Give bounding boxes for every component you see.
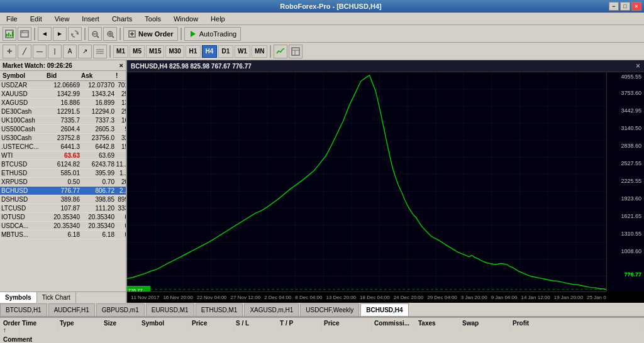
line-button[interactable]: ╱: [18, 45, 31, 58]
mw-ask: 806.72: [80, 187, 114, 194]
chart-tab-bchusd[interactable]: BCHUSD,H4: [360, 303, 408, 316]
fibo-button[interactable]: [93, 45, 107, 58]
menu-insert[interactable]: Insert: [78, 14, 103, 24]
col-tp: T / P: [278, 318, 322, 335]
market-watch-row[interactable]: ETHUSD 585.01 395.99 1...: [0, 169, 126, 178]
back-button[interactable]: ◄: [38, 27, 52, 41]
market-watch-row[interactable]: UK100Cash 7335.7 7337.3 16: [0, 116, 126, 125]
tf-d1[interactable]: D1: [218, 45, 233, 58]
separator3: [119, 28, 121, 40]
tf-w1[interactable]: W1: [235, 45, 250, 58]
market-watch-panel: Market Watch: 09:26:26 × Symbol Bid Ask …: [0, 60, 127, 303]
price-1621: 1621.65: [621, 213, 641, 219]
market-watch-row[interactable]: .USTECHC... 6441.3 6442.8 15: [0, 143, 126, 151]
minimize-button[interactable]: −: [609, 2, 619, 11]
market-watch-row[interactable]: USDCA... 20.35340 20.35340 0: [0, 222, 126, 231]
new-chart-button[interactable]: [3, 27, 16, 41]
vline-button[interactable]: |: [48, 45, 62, 58]
mw-change: 899: [114, 196, 126, 203]
market-watch-row[interactable]: XAUUSD 1342.99 1343.24 25: [0, 90, 126, 99]
tf-m15[interactable]: M15: [146, 45, 164, 58]
mw-symbol: LTCUSD: [1, 205, 45, 212]
tf-h1[interactable]: H1: [186, 45, 201, 58]
text-button[interactable]: A: [63, 45, 77, 58]
mw-change: 15: [114, 143, 126, 150]
market-watch-title: Market Watch: 09:26:26: [3, 62, 72, 69]
arrow-button[interactable]: ↗: [78, 45, 92, 58]
forward-button[interactable]: ►: [53, 27, 67, 41]
col-symbol: Symbol: [1, 72, 45, 80]
market-watch-row[interactable]: DE30Cash 12291.5 12294.0 25: [0, 107, 126, 116]
close-button[interactable]: ×: [631, 2, 641, 11]
auto-trading-button[interactable]: AutoTrading: [184, 27, 242, 41]
mw-bid: 6.18: [45, 231, 80, 238]
chart-tab-xagusd[interactable]: XAGUSD,m,H1: [244, 303, 299, 316]
mw-tab-tick-chart[interactable]: Tick Chart: [37, 292, 76, 303]
price-3442: 3442.95: [621, 107, 641, 114]
market-watch-row[interactable]: USDZAR 12.06669 12.07370 701: [0, 81, 126, 90]
market-watch-row[interactable]: XRPUSD 0.50 0.70 20: [0, 178, 126, 187]
market-watch-close-button[interactable]: ×: [119, 62, 123, 69]
menu-edit[interactable]: Edit: [26, 14, 46, 24]
chart-tab-ethusd[interactable]: ETHUSD,M1: [196, 303, 243, 316]
chart-tab-eurusd[interactable]: EURUSD,M1: [146, 303, 194, 316]
chart-tab-usdchf[interactable]: USDCHF,Weekly: [300, 303, 359, 316]
tf-m30[interactable]: M30: [165, 45, 184, 58]
market-watch-row[interactable]: BCHUSD 776.77 806.72 2...: [0, 187, 126, 195]
chart-close-button[interactable]: ×: [636, 62, 640, 70]
title-text: RoboForex-Pro - [BCHUSD,H4]: [53, 3, 609, 10]
mw-change: 13: [114, 99, 126, 106]
crosshair-button[interactable]: ✛: [3, 45, 16, 58]
chart-svg: 776.77: [127, 72, 606, 303]
time-label-7: 13 Dec 20:00: [326, 295, 356, 300]
profiles-button[interactable]: [18, 27, 31, 41]
mw-bid: 12.06669: [45, 82, 80, 89]
separator2: [84, 28, 86, 40]
mw-tab-symbols[interactable]: Symbols: [0, 292, 37, 303]
market-watch-row[interactable]: XAGUSD 16.886 16.899 13: [0, 99, 126, 107]
tf-m1[interactable]: M1: [113, 45, 128, 58]
mw-bid: 7335.7: [45, 117, 80, 124]
market-watch-list: USDZAR 12.06669 12.07370 701 XAUUSD 1342…: [0, 81, 126, 291]
zoom-out-button[interactable]: [88, 27, 102, 41]
market-watch-row[interactable]: MBTUS... 6.18 6.18 0: [0, 231, 126, 239]
price-2527: 2527.55: [621, 160, 641, 166]
menu-window[interactable]: Window: [170, 14, 202, 24]
market-watch-row[interactable]: WTI 63.63 63.69: [0, 151, 126, 160]
menu-tools[interactable]: Tools: [141, 14, 165, 24]
trade-table-header: Order ↑ Time Type Size Symbol Price S / …: [0, 318, 644, 343]
mw-symbol: BTCUSD: [1, 161, 45, 168]
col-symbol: Symbol: [140, 318, 190, 335]
new-order-button[interactable]: New Order: [123, 27, 178, 41]
mw-change: 0: [114, 214, 126, 220]
market-watch-row[interactable]: IOTUSD 20.35340 20.35340 0: [0, 213, 126, 222]
chart-tab-btcusd[interactable]: BTCUSD,H1: [0, 303, 47, 316]
zoom-in-button[interactable]: [103, 27, 117, 41]
mw-change: 0: [114, 231, 126, 238]
indicators-button[interactable]: [274, 45, 287, 58]
market-watch-row[interactable]: LTCUSD 107.87 111.20 333: [0, 204, 126, 213]
menu-view[interactable]: View: [51, 14, 74, 24]
mw-symbol: IOTUSD: [1, 214, 45, 220]
hline-button[interactable]: —: [33, 45, 47, 58]
main-content: Market Watch: 09:26:26 × Symbol Bid Ask …: [0, 60, 644, 303]
market-watch-row[interactable]: DSHUSD 389.86 398.85 899: [0, 195, 126, 204]
menu-charts[interactable]: Charts: [108, 14, 136, 24]
market-watch-row[interactable]: US500Cash 2604.4 2605.3 9: [0, 125, 126, 134]
mw-symbol: DSHUSD: [1, 196, 45, 203]
chart-tab-audchf[interactable]: AUDCHF,H1: [48, 303, 95, 316]
time-label-9: 24 Dec 20:00: [394, 295, 424, 300]
menu-help[interactable]: Help: [207, 14, 229, 24]
menu-file[interactable]: File: [3, 14, 21, 24]
tf-mn[interactable]: MN: [252, 45, 268, 58]
market-watch-row[interactable]: US30Cash 23752.8 23756.0 32: [0, 134, 126, 143]
chart-tab-gbpusd[interactable]: GBPUSD,m1: [96, 303, 145, 316]
refresh-button[interactable]: [68, 27, 82, 41]
maximize-button[interactable]: □: [620, 2, 630, 11]
chart-canvas-wrapper[interactable]: 776.77 11 Nov 2017 16 Nov 20:00 22 Nov 0…: [127, 72, 644, 303]
tf-h4[interactable]: H4: [202, 45, 217, 58]
template-button[interactable]: [289, 45, 303, 58]
market-watch-row[interactable]: BTCUSD 6124.82 6243.78 11...: [0, 160, 126, 169]
time-label-1: 11 Nov 2017: [131, 295, 159, 300]
tf-m5[interactable]: M5: [130, 45, 145, 58]
